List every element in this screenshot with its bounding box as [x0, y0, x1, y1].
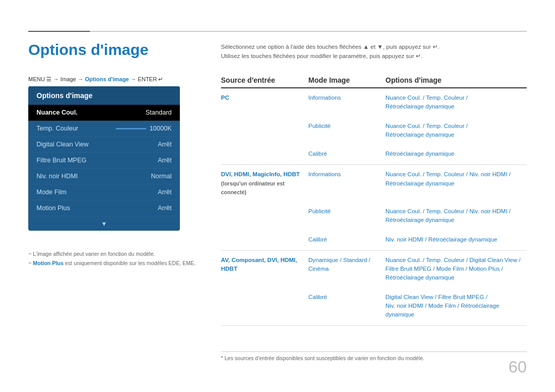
nuance-value: Standard — [145, 109, 172, 116]
table-section-av: AV, Composant, DVI, HDMI, HDBT Dynamique… — [221, 251, 527, 326]
filtre-value: Arrêt — [158, 157, 172, 164]
table-row-pc-info: PC Informations Nuance Coul. / Temp. Cou… — [221, 88, 527, 117]
note-1: ~ L'image affichée peut varier en foncti… — [28, 251, 155, 257]
col-options: Options d'image — [385, 76, 527, 84]
pc-mode-info: Informations — [308, 94, 385, 102]
top-accent-line — [28, 31, 90, 32]
table-row-av-dyn: AV, Composant, DVI, HDMI, HDBT Dynamique… — [221, 251, 527, 288]
dvi-options-cal: Niv. noir HDMI / Rétroéclairage dynamiqu… — [385, 235, 527, 244]
options-panel: Options d'image Nuance Coul. Standard Te… — [28, 86, 180, 231]
note-2: ~ Motion Plus est uniquement disponible … — [28, 260, 196, 266]
panel-item-digital[interactable]: Digital Clean View Arrêt — [28, 137, 180, 153]
panel-title: Options d'image — [28, 86, 180, 105]
temp-slider-bar — [116, 128, 146, 129]
table-header: Source d'entrée Mode Image Options d'ima… — [221, 76, 527, 88]
av-options-dyn: Nuance Coul. / Temp. Couleur / Digital C… — [385, 256, 527, 283]
table-row-dvi-pub: Publicité Nuance Coul. / Temp. Couleur /… — [221, 202, 527, 230]
page-number: 60 — [508, 358, 527, 377]
digital-value: Arrêt — [158, 141, 172, 148]
menu-path-text: MENU ☰ → Image → Options d'image → ENTER… — [28, 76, 163, 82]
table-row-pc-pub: Publicité Nuance Coul. / Temp. Couleur /… — [221, 117, 527, 145]
note2-suffix: est uniquement disponible sur les modèle… — [64, 260, 196, 266]
table-section-dvi: DVI, HDMI, MagicInfo, HDBT(lorsqu'un ord… — [221, 165, 527, 251]
dvi-options-pub: Nuance Coul. / Temp. Couleur / Niv. noir… — [385, 207, 527, 225]
av-options-cal: Digital Clean View / Filtre Bruit MPEG /… — [385, 293, 527, 320]
mode-film-label: Mode Film — [36, 189, 66, 196]
note2-prefix: ~ — [28, 260, 33, 266]
temp-value: 10000K — [150, 125, 172, 132]
dvi-mode-cal: Calibré — [308, 235, 385, 244]
table-row-av-cal: Calibré Digital Clean View / Filtre Brui… — [221, 288, 527, 326]
panel-item-motion[interactable]: Motion Plus Arrêt — [28, 200, 180, 216]
panel-item-mode-film[interactable]: Mode Film Arrêt — [28, 184, 180, 200]
dvi-options-info: Nuance Coul. / Temp. Couleur / Niv. noir… — [385, 170, 527, 188]
col-source: Source d'entrée — [221, 76, 308, 84]
pc-options-cal: Rétroéclairage dynamique — [385, 150, 527, 158]
instruction-line-2: Utilisez les touches fléchées pour modif… — [221, 51, 439, 61]
av-mode-dyn: Dynamique / Standard / Cinéma — [308, 256, 385, 274]
temp-slider-track: 10000K — [116, 125, 172, 132]
pc-options-info: Nuance Coul. / Temp. Couleur / Rétroécla… — [385, 94, 527, 111]
panel-item-temp[interactable]: Temp. Couleur 10000K — [28, 121, 180, 137]
dvi-mode-pub: Publicité — [308, 207, 385, 216]
table-section-pc: PC Informations Nuance Coul. / Temp. Cou… — [221, 88, 527, 165]
panel-scroll-arrow[interactable]: ▾ — [28, 216, 180, 231]
note2-link: Motion Plus — [33, 260, 64, 266]
temp-label: Temp. Couleur — [36, 125, 78, 132]
pc-options-pub: Nuance Coul. / Temp. Couleur / Rétroécla… — [385, 122, 527, 140]
top-divider — [28, 31, 527, 32]
menu-path: MENU ☰ → Image → Options d'image → ENTER… — [28, 76, 163, 83]
dvi-source-note: (lorsqu'un ordinateur est connecté) — [221, 180, 285, 195]
panel-item-nuance[interactable]: Nuance Coul. Standard — [28, 105, 180, 121]
menu-path-highlight: Options d'image — [85, 76, 129, 82]
table-footer-note: * Les sources d'entrée disponibles sont … — [221, 351, 527, 361]
pc-source: PC — [221, 94, 308, 102]
niv-value: Normal — [151, 173, 172, 180]
instruction-line-1: Sélectionnez une option à l'aide des tou… — [221, 42, 439, 51]
mode-film-value: Arrêt — [158, 189, 172, 196]
options-table: Source d'entrée Mode Image Options d'ima… — [221, 76, 527, 326]
pc-mode-cal: Calibré — [308, 150, 385, 158]
pc-mode-pub: Publicité — [308, 122, 385, 130]
panel-item-niv[interactable]: Niv. noir HDMI Normal — [28, 169, 180, 184]
av-mode-cal: Calibré — [308, 293, 385, 302]
motion-value: Arrêt — [158, 204, 172, 212]
dvi-mode-info: Informations — [308, 170, 385, 179]
nuance-label: Nuance Coul. — [36, 109, 78, 116]
table-row-pc-cal: Calibré Rétroéclairage dynamique — [221, 144, 527, 164]
niv-label: Niv. noir HDMI — [36, 173, 78, 180]
page-title: Options d'image — [28, 41, 149, 59]
filtre-label: Filtre Bruit MPEG — [36, 157, 86, 164]
av-source: AV, Composant, DVI, HDMI, HDBT — [221, 256, 308, 274]
col-mode: Mode Image — [308, 76, 385, 84]
table-row-dvi-info: DVI, HDMI, MagicInfo, HDBT(lorsqu'un ord… — [221, 165, 527, 202]
footer-note-text: * Les sources d'entrée disponibles sont … — [221, 355, 424, 361]
instructions: Sélectionnez une option à l'aide des tou… — [221, 42, 439, 61]
table-row-dvi-cal: Calibré Niv. noir HDMI / Rétroéclairage … — [221, 230, 527, 250]
digital-label: Digital Clean View — [36, 141, 88, 148]
motion-label: Motion Plus — [36, 204, 70, 212]
dvi-source: DVI, HDMI, MagicInfo, HDBT(lorsqu'un ord… — [221, 170, 308, 197]
panel-item-filtre[interactable]: Filtre Bruit MPEG Arrêt — [28, 153, 180, 169]
